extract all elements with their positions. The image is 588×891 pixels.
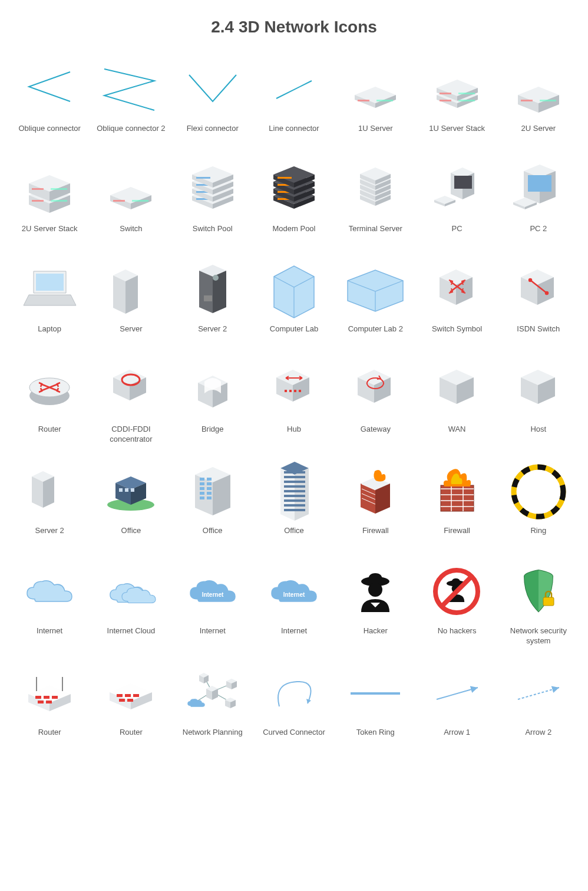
icon-label: PC 2 [530, 224, 547, 243]
isdn-switch-icon [506, 261, 571, 320]
icon-label: Server [120, 324, 142, 343]
icon-label: Server 2 [198, 324, 227, 343]
svg-rect-1 [376, 100, 393, 101]
icon-cell-oblique-connector-2: Oblique connector 2 [93, 60, 169, 143]
1u-server-icon [343, 60, 408, 119]
svg-rect-3 [458, 100, 475, 101]
icon-cell-internet-3: InternetInternet [256, 563, 332, 646]
network-security-icon [506, 563, 571, 622]
icon-label: Line connector [269, 124, 319, 143]
svg-rect-88 [38, 701, 44, 703]
icon-cell-firewall-2: Firewall [419, 462, 494, 545]
icon-label: Host [530, 425, 546, 443]
office-1-icon [98, 462, 163, 521]
svg-rect-58 [284, 499, 305, 502]
server-2-icon [180, 261, 245, 320]
icon-cell-hacker: Hacker [338, 563, 413, 646]
svg-rect-48 [200, 492, 204, 495]
icon-label: Hub [287, 425, 301, 443]
svg-rect-10 [32, 200, 44, 202]
icon-label: Switch Pool [193, 224, 233, 243]
token-ring-icon [343, 664, 408, 723]
icon-label: Firewall [444, 526, 470, 545]
icon-cell-wan: WAN [419, 361, 494, 445]
computer-lab-icon [262, 261, 326, 320]
svg-rect-6 [440, 93, 451, 94]
svg-rect-54 [284, 481, 305, 483]
svg-rect-44 [200, 482, 204, 485]
icon-label: WAN [448, 425, 466, 443]
icon-label: Internet [281, 626, 307, 645]
svg-rect-46 [200, 487, 204, 490]
network-planning-icon [180, 664, 245, 723]
icon-label: Computer Lab 2 [348, 324, 403, 343]
icon-label: Router [120, 728, 143, 747]
svg-rect-35 [289, 390, 292, 392]
svg-rect-85 [35, 696, 41, 699]
svg-rect-11 [51, 188, 67, 190]
server-icon [98, 261, 163, 320]
svg-rect-96 [127, 699, 133, 702]
modem-pool-icon [262, 160, 326, 219]
icon-cell-server-2: Server 2 [175, 261, 250, 343]
svg-point-77 [368, 583, 382, 597]
icon-label: Network security system [501, 626, 576, 646]
icon-cell-switch: Switch [93, 160, 169, 243]
icon-label: Arrow 2 [525, 728, 551, 747]
flexi-connector-icon [180, 60, 245, 119]
svg-rect-93 [125, 694, 131, 697]
icon-cell-terminal-server: Terminal Server [338, 160, 413, 243]
terminal-server-icon [343, 160, 408, 219]
svg-line-103 [518, 688, 559, 699]
icon-grid: Oblique connectorOblique connector 2Flex… [12, 60, 576, 747]
icon-label: 1U Server Stack [429, 124, 485, 143]
icon-label: No hackers [438, 626, 477, 645]
icon-label: Computer Lab [270, 324, 318, 343]
icon-cell-internet-1: Internet [12, 563, 87, 646]
hub-icon [262, 361, 326, 420]
svg-rect-39 [119, 488, 123, 492]
svg-rect-18 [196, 177, 210, 179]
icon-label: Internet Cloud [107, 626, 156, 645]
svg-point-30 [546, 292, 548, 294]
icon-label: Oblique connector [18, 124, 81, 143]
icon-cell-computer-lab: Computer Lab [256, 261, 332, 343]
svg-rect-95 [119, 699, 125, 702]
icon-label: Oblique connector 2 [97, 124, 165, 143]
svg-rect-47 [207, 487, 212, 490]
svg-point-26 [213, 275, 219, 281]
icon-label: Laptop [38, 324, 61, 343]
svg-line-0 [276, 81, 312, 98]
icon-cell-network-planning: Network Planning [175, 664, 250, 747]
2u-server-stack-icon [17, 160, 82, 219]
no-hackers-icon [425, 563, 490, 622]
icon-cell-internet-2: InternetInternet [175, 563, 250, 646]
pc-2-icon [506, 160, 571, 219]
icon-label: Terminal Server [349, 224, 402, 243]
icon-label: Office [121, 526, 141, 545]
icon-label: Flexi connector [187, 124, 239, 143]
svg-rect-27 [204, 295, 212, 301]
svg-rect-92 [117, 694, 123, 697]
svg-text:Internet: Internet [283, 591, 305, 598]
icon-cell-1u-server: 1U Server [338, 60, 413, 143]
icon-label: Arrow 1 [444, 728, 470, 747]
icon-cell-switch-pool: Switch Pool [175, 160, 250, 243]
svg-rect-45 [207, 482, 212, 485]
icon-label: Firewall [362, 526, 389, 545]
icon-cell-pc: PC [419, 160, 494, 243]
icon-cell-gateway: Gateway [338, 361, 413, 445]
gateway-icon [343, 361, 408, 420]
internet-cloud-icon [98, 563, 163, 622]
page-title: 2.4 3D Network Icons [12, 18, 576, 37]
switch-symbol-icon [425, 261, 490, 320]
icon-cell-arrow-2: Arrow 2 [501, 664, 576, 747]
svg-rect-51 [207, 497, 212, 499]
server-2b-icon [17, 462, 82, 521]
svg-rect-59 [284, 504, 305, 507]
icon-label: Office [284, 526, 304, 545]
icon-label: Curved Connector [263, 728, 325, 747]
icon-cell-1u-server-stack: 1U Server Stack [419, 60, 494, 143]
icon-label: PC [452, 224, 463, 243]
svg-rect-9 [51, 200, 67, 202]
